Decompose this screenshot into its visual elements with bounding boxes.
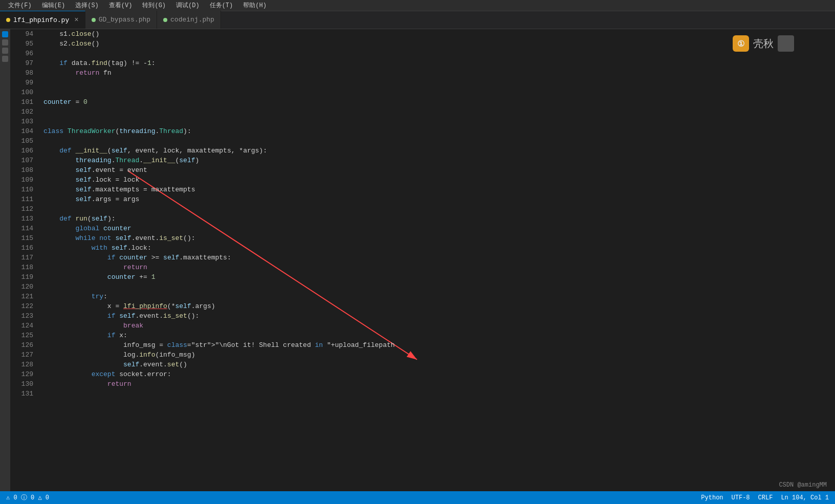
- status-encoding[interactable]: UTF-8: [732, 494, 750, 501]
- line-number: 95: [10, 39, 33, 49]
- tab-dot-2: [92, 18, 96, 22]
- tab-label-3: codeinj.php: [170, 16, 214, 24]
- line-number: 99: [10, 78, 33, 87]
- menu-item-debug[interactable]: 调试(D): [172, 0, 204, 11]
- code-line: self.maxattempts = maxattempts: [43, 185, 835, 194]
- code-line: global counter: [43, 224, 835, 233]
- code-line: while not self.event.is_set():: [43, 233, 835, 243]
- code-line: return: [43, 379, 835, 389]
- line-number: 120: [10, 282, 33, 292]
- line-number: 118: [10, 262, 33, 272]
- line-number: 109: [10, 175, 33, 185]
- code-line: counter += 1: [43, 272, 835, 282]
- tab-dot-1: [6, 18, 10, 22]
- code-line: with self.lock:: [43, 243, 835, 253]
- line-number: 122: [10, 301, 33, 311]
- code-line: break: [43, 321, 835, 331]
- code-line: if data.find(tag) != -1:: [43, 58, 835, 68]
- line-number: 127: [10, 350, 33, 360]
- code-line: if self.event.is_set():: [43, 311, 835, 321]
- line-number: 117: [10, 253, 33, 262]
- code-line: info_msg = class="str">"\nGot it! Shell …: [43, 340, 835, 350]
- code-line: self.args = args: [43, 194, 835, 204]
- line-number: 102: [10, 107, 33, 117]
- line-number: 125: [10, 331, 33, 340]
- line-numbers: 9495969798991001011021031041051061071081…: [10, 29, 38, 491]
- menu-bar: 文件(F) 编辑(E) 选择(S) 查看(V) 转到(G) 调试(D) 任务(T…: [0, 0, 835, 11]
- line-number: 105: [10, 136, 33, 146]
- code-line: log.info(info_msg): [43, 350, 835, 360]
- code-line: except socket.error:: [43, 369, 835, 379]
- code-line: [43, 117, 835, 126]
- line-number: 107: [10, 156, 33, 165]
- line-number: 97: [10, 58, 33, 68]
- line-number: 110: [10, 185, 33, 194]
- line-number: 121: [10, 292, 33, 301]
- menu-item-file[interactable]: 文件(F): [4, 0, 36, 11]
- status-line-ending[interactable]: CRLF: [758, 494, 773, 501]
- code-line: s2.close(): [43, 39, 835, 49]
- line-number: 104: [10, 126, 33, 136]
- menu-item-task[interactable]: 任务(T): [206, 0, 237, 11]
- line-number: 129: [10, 369, 33, 379]
- sidebar-dot-1[interactable]: [2, 31, 8, 37]
- line-number: 103: [10, 117, 33, 126]
- status-bar: ⚠ 0 ⓘ 0 △ 0 Python UTF-8 CRLF Ln 104, Co…: [0, 491, 835, 504]
- status-language[interactable]: Python: [701, 494, 723, 501]
- line-number: 116: [10, 243, 33, 253]
- line-number: 115: [10, 233, 33, 243]
- code-line: [43, 87, 835, 97]
- sidebar-dot-4[interactable]: [2, 56, 8, 62]
- code-line: try:: [43, 292, 835, 301]
- tab-codeinj[interactable]: codeinj.php: [157, 11, 221, 29]
- code-line: self.lock = lock: [43, 175, 835, 185]
- code-line: return: [43, 262, 835, 272]
- menu-item-select[interactable]: 选择(S): [71, 0, 103, 11]
- code-line: x = lfi_phpinfo(*self.args): [43, 301, 835, 311]
- line-number: 113: [10, 214, 33, 224]
- sidebar-dot-2[interactable]: [2, 39, 8, 46]
- line-number: 130: [10, 379, 33, 389]
- line-number: 98: [10, 68, 33, 78]
- line-number: 114: [10, 224, 33, 233]
- line-number: 124: [10, 321, 33, 331]
- menu-item-help[interactable]: 帮助(H): [239, 0, 271, 11]
- line-number: 119: [10, 272, 33, 282]
- code-line: [43, 282, 835, 292]
- tab-bar: lfi_phpinfo.py × GD_bypass.php codeinj.p…: [0, 11, 835, 29]
- code-line: def run(self):: [43, 214, 835, 224]
- line-number: 131: [10, 389, 33, 399]
- line-number: 108: [10, 165, 33, 175]
- sidebar-dot-3[interactable]: [2, 48, 8, 54]
- code-line: [43, 389, 835, 399]
- csdn-watermark: CSDN @amingMM: [779, 481, 827, 489]
- code-line: return fn: [43, 68, 835, 78]
- line-number: 123: [10, 311, 33, 321]
- code-line: if counter >= self.maxattempts:: [43, 253, 835, 262]
- line-number: 96: [10, 49, 33, 58]
- code-line: self.event.set(): [43, 360, 835, 369]
- tab-label-2: GD_bypass.php: [99, 16, 150, 24]
- code-line: [43, 49, 835, 58]
- tab-gd-bypass[interactable]: GD_bypass.php: [85, 11, 157, 29]
- tab-lfi-phpinfo[interactable]: lfi_phpinfo.py ×: [0, 11, 85, 29]
- code-line: [43, 78, 835, 87]
- menu-item-view[interactable]: 查看(V): [105, 0, 137, 11]
- line-number: 126: [10, 340, 33, 350]
- menu-item-goto[interactable]: 转到(G): [138, 0, 170, 11]
- tab-label-1: lfi_phpinfo.py: [13, 16, 69, 24]
- tab-dot-3: [163, 18, 167, 22]
- line-number: 101: [10, 97, 33, 107]
- status-right: Python UTF-8 CRLF Ln 104, Col 1: [701, 494, 829, 501]
- code-line: threading.Thread.__init__(self): [43, 156, 835, 165]
- menu-item-edit[interactable]: 编辑(E): [38, 0, 70, 11]
- code-line: [43, 136, 835, 146]
- status-position: Ln 104, Col 1: [781, 494, 829, 501]
- tab-close-1[interactable]: ×: [74, 16, 78, 24]
- line-number: 100: [10, 87, 33, 97]
- code-line: class ThreadWorker(threading.Thread):: [43, 126, 835, 136]
- code-line: [43, 107, 835, 117]
- code-line: if x:: [43, 331, 835, 340]
- line-number: 106: [10, 146, 33, 156]
- code-area[interactable]: s1.close() s2.close() if data.find(tag) …: [38, 29, 835, 491]
